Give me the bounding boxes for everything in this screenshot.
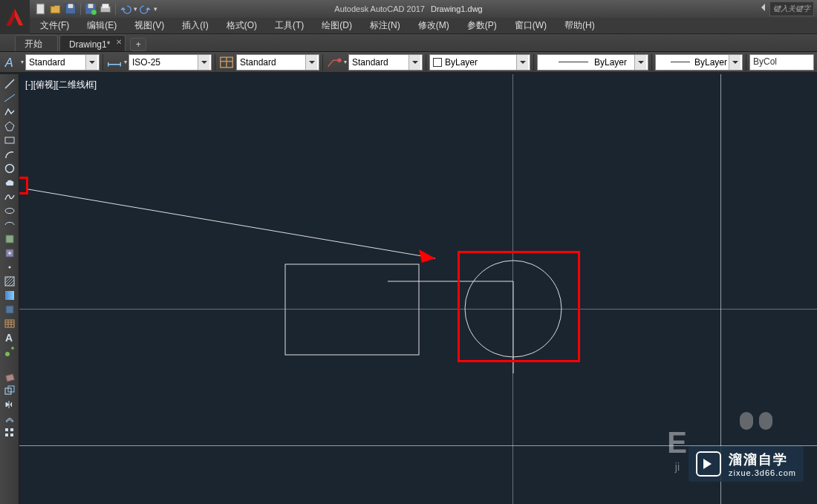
plot-icon[interactable] <box>99 2 112 16</box>
save-icon[interactable] <box>64 2 77 16</box>
close-icon[interactable]: ✕ <box>116 38 122 46</box>
svg-line-43 <box>28 189 435 258</box>
draw-toolbar: A <box>0 74 19 504</box>
menu-insert[interactable]: 插入(I) <box>175 18 215 33</box>
svg-rect-4 <box>88 4 94 8</box>
workspace: A [-][俯视][二维线框] E ji <box>0 74 817 504</box>
ellipse-arc-icon[interactable] <box>1 218 18 232</box>
region-icon[interactable] <box>1 303 18 316</box>
spline-icon[interactable] <box>1 190 18 203</box>
mirror-icon[interactable] <box>1 398 18 411</box>
line-icon[interactable] <box>1 77 18 91</box>
svg-rect-24 <box>6 306 13 313</box>
svg-rect-19 <box>6 235 13 243</box>
svg-rect-38 <box>10 433 13 436</box>
tablestyle-dropdown[interactable]: Standard <box>236 54 319 71</box>
svg-rect-35 <box>5 428 8 431</box>
menu-format[interactable]: 格式(O) <box>219 18 264 33</box>
watermark-dots <box>740 412 772 430</box>
construction-line-icon[interactable] <box>1 91 18 105</box>
polygon-icon[interactable] <box>1 120 18 133</box>
svg-point-5 <box>91 10 97 15</box>
svg-line-13 <box>5 79 14 88</box>
menu-draw[interactable]: 绘图(D) <box>314 18 359 33</box>
highlight-drawn-circle <box>458 251 580 362</box>
menu-edit[interactable]: 编辑(E) <box>79 18 124 33</box>
search-input[interactable]: 键入关键字 <box>769 1 814 16</box>
svg-rect-25 <box>5 320 14 327</box>
undo-icon[interactable] <box>119 2 132 16</box>
dimstyle-icon[interactable] <box>106 54 123 71</box>
menu-parametric[interactable]: 参数(P) <box>460 18 504 33</box>
watermark-url: zixue.3d66.com <box>729 468 796 477</box>
dimstyle-dropdown[interactable]: ISO-25 <box>128 54 212 71</box>
ellipse-icon[interactable] <box>1 204 18 217</box>
menu-window[interactable]: 窗口(W) <box>507 18 554 33</box>
menu-file[interactable]: 文件(F) <box>33 18 77 33</box>
lineweight-dropdown[interactable]: ByLayer <box>655 54 743 71</box>
svg-point-17 <box>5 165 13 173</box>
tablestyle-icon[interactable] <box>218 54 235 71</box>
new-icon[interactable] <box>34 2 48 16</box>
arc-icon[interactable] <box>1 148 18 161</box>
menu-view[interactable]: 视图(V) <box>127 18 172 33</box>
linetype-dropdown[interactable]: ByLayer <box>537 54 648 71</box>
svg-marker-15 <box>5 122 14 131</box>
table-icon[interactable] <box>1 317 18 330</box>
svg-rect-2 <box>68 4 74 8</box>
point-icon[interactable] <box>1 261 18 274</box>
offset-icon[interactable] <box>1 412 18 425</box>
svg-point-21 <box>8 266 10 269</box>
revcloud-icon[interactable] <box>1 176 18 189</box>
tab-drawing1[interactable]: Drawing1*✕ <box>59 35 126 51</box>
color-dropdown[interactable]: ByLayer <box>429 54 530 71</box>
svg-text:A: A <box>4 55 13 68</box>
watermark-e: E <box>667 426 687 459</box>
svg-line-14 <box>4 94 15 102</box>
hatch-icon[interactable] <box>1 275 18 288</box>
saveas-icon[interactable] <box>84 2 97 16</box>
plotstyle-dropdown[interactable]: ByCol <box>749 54 814 71</box>
gradient-icon[interactable] <box>1 289 18 302</box>
nav-left-icon[interactable] <box>758 4 765 11</box>
mleaderstyle-dropdown[interactable]: Standard <box>348 54 423 71</box>
app-name: Autodesk AutoCAD 2017 <box>334 4 425 13</box>
svg-rect-39 <box>285 264 419 355</box>
svg-rect-16 <box>5 137 14 143</box>
menu-dimension[interactable]: 标注(N) <box>362 18 408 33</box>
copy-icon[interactable] <box>1 384 18 397</box>
properties-bar: A ▾ Standard ▾ ISO-25 Standard ▾ Standar… <box>0 52 817 73</box>
array-icon[interactable] <box>1 426 18 439</box>
drawing-canvas[interactable]: [-][俯视][二维线框] E ji 溜溜自学 zixue.3d66.com <box>19 74 817 504</box>
watermark-ji: ji <box>675 461 680 473</box>
svg-rect-23 <box>5 291 14 300</box>
svg-text:A: A <box>5 332 13 344</box>
app-logo[interactable] <box>0 0 30 34</box>
menu-modify[interactable]: 修改(M) <box>411 18 457 33</box>
highlight-toolbar-circle <box>19 177 28 194</box>
menu-tools[interactable]: 工具(T) <box>267 18 311 33</box>
addselected-icon[interactable] <box>1 345 18 359</box>
make-block-icon[interactable] <box>1 246 18 260</box>
play-icon <box>696 451 721 477</box>
color-swatch-icon <box>433 58 442 67</box>
tab-start[interactable]: 开始 <box>15 35 58 51</box>
svg-point-12 <box>337 58 342 62</box>
title-text: Autodesk AutoCAD 2017 Drawing1.dwg <box>334 4 482 13</box>
redo-icon[interactable] <box>139 2 152 16</box>
polyline-icon[interactable] <box>1 105 18 119</box>
textstyle-icon[interactable]: A <box>3 54 19 71</box>
textstyle-dropdown[interactable]: Standard <box>25 54 100 71</box>
title-bar: ▾ ▾ Autodesk AutoCAD 2017 Drawing1.dwg 键… <box>0 0 817 18</box>
insert-block-icon[interactable] <box>1 232 18 246</box>
mtext-icon[interactable]: A <box>1 331 18 344</box>
menu-help[interactable]: 帮助(H) <box>557 18 602 33</box>
tab-add[interactable]: + <box>130 38 146 51</box>
svg-point-31 <box>5 352 10 356</box>
svg-rect-32 <box>5 374 14 382</box>
erase-icon[interactable] <box>1 370 18 383</box>
circle-icon[interactable] <box>1 162 18 175</box>
rectangle-icon[interactable] <box>1 134 18 147</box>
open-icon[interactable] <box>49 2 62 16</box>
mleaderstyle-icon[interactable] <box>326 54 342 71</box>
